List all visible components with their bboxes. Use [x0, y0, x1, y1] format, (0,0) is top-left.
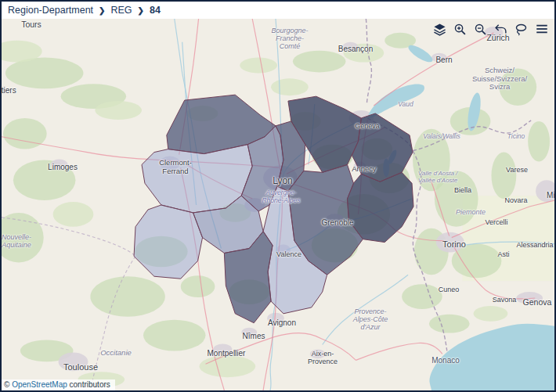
breadcrumb-item-reg[interactable]: REG — [110, 5, 132, 16]
menu-icon — [535, 22, 549, 36]
layers-button[interactable] — [432, 21, 447, 37]
zoom-out-icon — [474, 23, 487, 36]
map-window: Region-Department ❯ REG ❯ 84 — [0, 0, 556, 392]
layers-icon — [433, 23, 446, 36]
breadcrumb: Region-Department ❯ REG ❯ 84 — [2, 2, 554, 19]
department-haute-savoie[interactable] — [352, 113, 413, 182]
map-attribution: © OpenStreetMap contributors — [2, 379, 115, 390]
menu-button[interactable] — [534, 21, 550, 37]
department-cantal[interactable] — [134, 205, 203, 279]
attribution-suffix: contributors — [70, 380, 110, 389]
zoom-in-button[interactable] — [453, 21, 468, 37]
breadcrumb-item-current-84: 84 — [150, 5, 161, 16]
chevron-right-icon: ❯ — [99, 6, 105, 15]
lasso-select-button[interactable] — [514, 21, 529, 37]
zoom-in-icon — [453, 23, 467, 36]
breadcrumb-item-region-department[interactable]: Region-Department — [8, 5, 93, 16]
undo-icon — [494, 23, 507, 36]
undo-button[interactable] — [493, 21, 508, 37]
map-canvas[interactable]: ToursBourgogne-Franche-ComtéBesançonBern… — [2, 19, 554, 390]
chevron-right-icon: ❯ — [138, 6, 144, 15]
openstreetmap-link[interactable]: OpenStreetMap — [12, 380, 67, 389]
lasso-icon — [514, 23, 528, 36]
zoom-out-button[interactable] — [473, 21, 488, 37]
copyright-symbol: © — [4, 380, 9, 389]
choropleth-layer — [2, 19, 554, 390]
map-toolbar — [432, 21, 550, 37]
